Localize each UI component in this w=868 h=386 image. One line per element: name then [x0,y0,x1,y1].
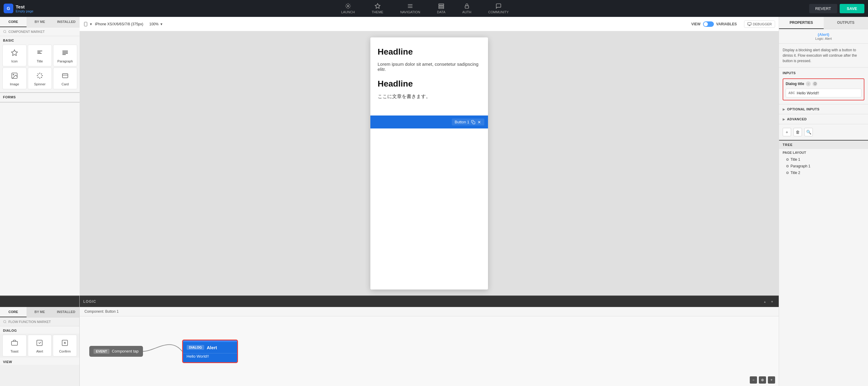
delete-action-btn[interactable]: 🗑 [794,128,802,136]
inputs-label: INPUTS [783,71,864,75]
nav-community[interactable]: COMMUNITY [480,3,517,14]
variables-label: VARIABLES [716,22,737,26]
tab-installed-logic[interactable]: INSTALLED [53,307,79,317]
app-subtitle[interactable]: Empty page [16,9,33,13]
save-button[interactable]: SAVE [840,4,864,13]
svg-line-31 [5,322,6,323]
svg-marker-10 [11,50,18,56]
nav-actions: REVERT SAVE [809,4,864,13]
zoom-selector[interactable]: 100% ▼ [149,22,163,26]
revert-button[interactable]: REVERT [809,4,837,13]
flow-minus-btn[interactable]: − [750,376,757,384]
advanced-chevron: ▶ [783,118,785,121]
device-selector[interactable]: ▼ iPhone XS/X/6/6S/7/8 (375px) [83,22,143,27]
tab-outputs[interactable]: OUTPUTS [824,17,868,29]
component-alert-item[interactable]: Alert [28,335,52,356]
tab-core-components[interactable]: CORE [0,17,27,27]
tree-item-paragraph1[interactable]: Paragraph 1 [779,163,868,169]
close-icon[interactable] [477,120,482,124]
dialog-title-label-row: Dialog title ○ ⓘ [786,82,861,86]
svg-rect-42 [473,122,475,124]
add-action-btn[interactable]: + [783,128,791,136]
tree-section: TREE PAGE LAYOUT Title 1 Paragraph 1 Tit… [779,140,868,386]
button-chip[interactable]: Button 1 [452,119,484,125]
component-confirm-item[interactable]: Confirm [53,335,77,356]
logic-arrows: ▲ ▼ [762,298,775,304]
basic-components-grid: Icon Title Paragraph [0,43,80,91]
logic-panel-header-left [0,296,79,307]
tab-installed-components[interactable]: INSTALLED [53,17,80,27]
nav-auth[interactable]: AUTH [454,3,480,14]
dialog-node[interactable]: DIALOG Alert Hello World!! [182,340,238,363]
component-paragraph-item[interactable]: Paragraph [53,45,77,66]
svg-rect-5 [439,5,444,7]
component-image-item[interactable]: Image [2,68,27,89]
field-circle-icon: ○ [806,82,811,86]
flow-plus-btn[interactable]: + [768,376,775,384]
mobile-icon [83,22,88,27]
basic-section-label: BASIC [0,36,80,43]
launch-icon [345,3,351,9]
tree-item-title2[interactable]: Title 2 [779,169,868,176]
phone-frame: Headline Lorem ipsum dolor sit amet, con… [370,37,488,290]
advanced-header[interactable]: ▶ ADVANCED [783,117,864,121]
tree-item-title1[interactable]: Title 1 [779,156,868,163]
optional-chevron: ▶ [783,108,785,111]
nav-navigation[interactable]: NAVIGATION [392,3,429,14]
view-label: VIEW [691,22,701,26]
canvas-area: Headline Lorem ipsum dolor sit amet, con… [80,31,779,295]
title-component-icon [35,48,44,58]
toast-component-icon [10,338,19,348]
nav-theme[interactable]: THEME [363,3,392,14]
left-panel-wrapper: CORE BY ME INSTALLED BASIC Icon [0,17,80,386]
flow-fit-btn[interactable]: ⊕ [759,376,766,384]
alert-title: (Alert) [783,32,864,37]
tab-by-me-components[interactable]: BY ME [27,17,53,27]
logic-search-bar [0,318,79,326]
logic-arrow-down[interactable]: ▼ [769,298,775,304]
tab-by-me-logic[interactable]: BY ME [27,307,53,317]
component-spinner-item[interactable]: Spinner [28,68,52,89]
nav-data[interactable]: DATA [429,3,454,14]
svg-point-8 [4,30,6,33]
component-title-item[interactable]: Title [28,45,52,66]
event-node[interactable]: EVENT Component tap [89,346,143,357]
dialog-title-node: Alert [207,345,217,350]
dialog-title-value-row[interactable]: ABC Hello World!! [786,89,861,97]
app-logo[interactable]: G Test Empty page [4,4,33,13]
advanced-label: ADVANCED [787,117,807,121]
component-toast-item[interactable]: Toast [2,335,27,356]
tab-core-logic[interactable]: CORE [0,307,27,317]
search-action-btn[interactable]: 🔍 [804,128,813,136]
logic-component-bar: Component: Button 1 [80,307,779,316]
component-search-bar [0,27,80,36]
right-panel-tabs: PROPERTIES OUTPUTS [779,17,868,29]
component-search-input[interactable] [8,30,76,33]
right-description: Display a blocking alert dialog with a b… [779,44,868,68]
debugger-icon [747,22,752,26]
page-layout-label: PAGE LAYOUT [779,149,868,156]
dialog-node-header: DIALOG Alert [183,342,237,353]
debugger-button[interactable]: DEBUGGER [744,21,775,28]
tab-properties[interactable]: PROPERTIES [779,17,824,29]
community-icon [496,3,501,9]
view-section-label: VIEW [0,358,79,365]
logic-search-input[interactable] [8,320,76,324]
optional-header[interactable]: ▶ OPTIONAL INPUTS [783,107,864,111]
inputs-section: INPUTS Dialog title ○ ⓘ ABC Hello World!… [779,68,868,104]
view-toggle-switch[interactable] [703,22,714,27]
logic-arrow-up[interactable]: ▲ [762,298,768,304]
logic-divider [0,102,80,102]
logic-component-label: Component: Button 1 [85,310,119,314]
logic-title: LOGIC [83,299,758,304]
phone-content: Headline Lorem ipsum dolor sit amet, con… [370,37,488,116]
auth-icon [464,3,470,9]
top-nav: G Test Empty page LAUNCH THEME NAVIGATIO… [0,0,868,17]
svg-line-26 [38,77,39,78]
svg-line-23 [41,77,42,78]
zoom-value: 100% [149,22,159,26]
component-card-item[interactable]: Card [53,68,77,89]
view-toggle: VIEW VARIABLES [691,22,737,27]
component-icon-item[interactable]: Icon [2,45,27,66]
nav-launch[interactable]: LAUNCH [333,3,363,14]
